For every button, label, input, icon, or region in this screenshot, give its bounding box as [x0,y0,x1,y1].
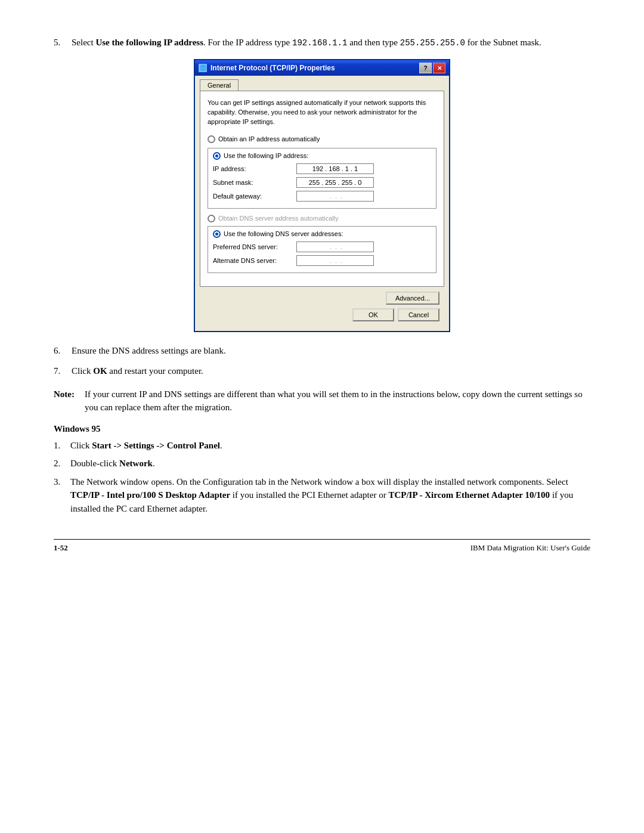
w95-step-3: 3. The Network window opens. On the Conf… [54,475,590,516]
preferred-dns-input[interactable] [296,241,374,252]
gateway-input[interactable] [296,191,374,202]
step-7-bold: OK [93,366,107,376]
cancel-button[interactable]: Cancel [398,308,439,321]
tab-general[interactable]: General [200,79,239,91]
step-7-number: 7. [54,364,72,378]
field-gateway: Default gateway: [213,191,431,202]
ok-cancel-row: OK Cancel [352,308,439,321]
radio-use-following-ip: Use the following IP address: [213,152,431,160]
step-6-number: 6. [54,344,72,358]
w95-step-3-bold2: TCP/IP - Xircom Ethernet Adapter 10/100 [388,490,550,500]
advanced-row: Advanced... [386,292,439,305]
page-content: 5. Select Use the following IP address. … [54,36,590,553]
dialog-container: 🌐 Internet Protocol (TCP/IP) Properties … [54,59,590,332]
note-text: If your current IP and DNS settings are … [85,388,590,414]
field-subnet-mask: Subnet mask: [213,177,431,188]
radio-group-ip: Use the following IP address: IP address… [208,148,436,209]
field-ip-address: IP address: [213,163,431,174]
tab-bar: General [200,79,444,91]
w95-step-1-bold: Start -> Settings -> Control Panel [92,441,220,450]
tab-content-general: You can get IP settings assigned automat… [200,91,444,287]
dialog-title: 🌐 Internet Protocol (TCP/IP) Properties [199,64,335,72]
windows95-section: Windows 95 1. Click Start -> Settings ->… [54,424,590,516]
step-5-text: Select Use the following IP address. For… [72,36,590,49]
step-6: 6. Ensure the DNS address settings are b… [54,344,590,358]
field-preferred-dns: Preferred DNS server: [213,241,431,252]
w95-step-1: 1. Click Start -> Settings -> Control Pa… [54,439,590,453]
step-7: 7. Click OK and restart your computer. [54,364,590,378]
w95-step-2: 2. Double-click Network. [54,457,590,470]
w95-step-2-text: Double-click Network. [70,457,590,470]
field-alternate-dns: Alternate DNS server: [213,255,431,266]
radio-obtain-dns-auto: Obtain DNS server address automatically [208,215,436,222]
subnet-mask-input[interactable] [296,177,374,188]
close-button[interactable]: ✕ [433,63,445,73]
advanced-button[interactable]: Advanced... [386,292,439,305]
dns-section: Obtain DNS server address automatically … [208,215,436,273]
ok-button[interactable]: OK [352,308,394,321]
step-5-number: 5. [54,36,72,49]
note-label: Note: [54,388,85,414]
footer-page: 1-52 [54,543,68,553]
radio-use-following-ip-btn[interactable] [213,152,221,160]
dialog-titlebar: 🌐 Internet Protocol (TCP/IP) Properties … [195,60,449,76]
help-button[interactable]: ? [419,63,432,73]
radio-obtain-auto-btn[interactable] [208,135,215,143]
w95-steps: 1. Click Start -> Settings -> Control Pa… [54,439,590,516]
dialog-footer: Advanced... OK Cancel [200,287,444,326]
tcp-ip-dialog: 🌐 Internet Protocol (TCP/IP) Properties … [194,59,450,332]
step-6-text: Ensure the DNS address settings are blan… [72,344,590,358]
note-block: Note: If your current IP and DNS setting… [54,388,590,414]
step-7-text: Click OK and restart your computer. [72,364,590,378]
alternate-dns-label: Alternate DNS server: [213,257,296,264]
preferred-dns-label: Preferred DNS server: [213,243,296,250]
radio-obtain-auto: Obtain an IP address automatically [208,135,436,143]
footer-title: IBM Data Migration Kit: User's Guide [470,543,590,553]
ip-address-label: IP address: [213,165,296,172]
step-5-code1: 192.168.1.1 [292,38,347,48]
step-5-bold1: Use the following IP address [95,38,203,47]
gateway-label: Default gateway: [213,193,296,200]
step-5-code2: 255.255.255.0 [400,38,465,48]
footer-bar: 1-52 IBM Data Migration Kit: User's Guid… [54,539,590,553]
radio-section-ip: Obtain an IP address automatically [208,135,436,143]
radio-group-dns: Use the following DNS server addresses: … [208,226,436,273]
step-5: 5. Select Use the following IP address. … [54,36,590,49]
w95-step-3-text: The Network window opens. On the Configu… [70,475,590,516]
alternate-dns-input[interactable] [296,255,374,266]
radio-use-following-dns: Use the following DNS server addresses: [213,230,431,238]
radio-use-following-dns-btn[interactable] [213,230,221,238]
w95-step-1-text: Click Start -> Settings -> Control Panel… [70,439,590,453]
w95-step-2-bold: Network [119,459,153,468]
info-text: You can get IP settings assigned automat… [208,98,436,127]
w95-step-3-bold1: TCP/IP - Intel pro/100 S Desktop Adapter [70,490,230,500]
dialog-icon: 🌐 [199,64,207,72]
dialog-controls: ? ✕ [419,63,445,73]
subnet-mask-label: Subnet mask: [213,179,296,186]
ip-address-input[interactable] [296,163,374,174]
windows95-heading: Windows 95 [54,424,590,434]
radio-obtain-dns-auto-btn[interactable] [208,215,215,222]
dialog-body: General You can get IP settings assigned… [195,76,449,331]
